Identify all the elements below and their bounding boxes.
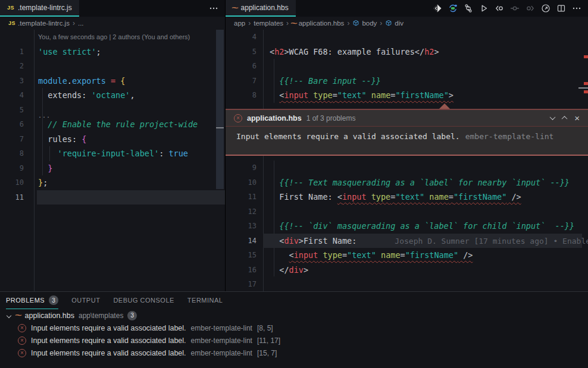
next-problem-icon[interactable] <box>550 114 556 120</box>
code-line[interactable]: 11 <box>0 190 225 205</box>
line-number[interactable]: 15 <box>226 248 257 263</box>
line-content: First Name: <input type="text" name="fir… <box>270 190 521 205</box>
breadcrumb-item-application.hbs[interactable]: ~application.hbs <box>292 19 344 28</box>
line-number[interactable]: 8 <box>226 88 257 103</box>
timeline-icon[interactable] <box>540 3 551 14</box>
code-line[interactable]: 10}; <box>0 175 225 190</box>
line-number[interactable]: 4 <box>0 88 24 103</box>
next-change-icon[interactable] <box>525 3 536 14</box>
peek-problem-row[interactable]: Input elements require a valid associate… <box>226 127 588 141</box>
line-number[interactable]: 11 <box>0 190 24 205</box>
scrollbar-decoration <box>216 127 224 128</box>
line-number[interactable]: 9 <box>226 161 257 175</box>
code-line[interactable]: 3module.exports = { <box>0 74 225 89</box>
code-line[interactable]: 12 <box>226 205 588 219</box>
more-actions-icon[interactable] <box>571 3 582 14</box>
code-line[interactable]: 7 rules: { <box>0 132 225 147</box>
problems-file-group[interactable]: ~ application.hbs app\templates 3 <box>0 309 588 322</box>
previous-problem-icon[interactable] <box>562 116 568 122</box>
code-line[interactable]: 11 First Name: <input type="text" name="… <box>226 190 588 205</box>
tab-application-hbs[interactable]: ~ application.hbs <box>226 0 296 17</box>
code-line[interactable]: 4 <box>226 30 588 45</box>
split-editor-icon[interactable] <box>556 3 567 14</box>
line-number[interactable]: 7 <box>226 74 257 89</box>
breadcrumb-separator: › <box>73 19 75 27</box>
code-line[interactable]: 1'use strict'; <box>0 45 225 59</box>
line-number[interactable]: 7 <box>0 132 24 147</box>
problem-row[interactable]: ×Input elements require a valid associat… <box>0 347 588 359</box>
code-line[interactable]: 16 </div> <box>226 263 588 278</box>
line-number[interactable]: 3 <box>0 74 24 89</box>
problem-row[interactable]: ×Input elements require a valid associat… <box>0 322 588 334</box>
right-editor[interactable]: 45<h2>WCAG F68: example failures</h2>67 … <box>226 30 588 291</box>
sync-changes-icon[interactable] <box>448 3 458 14</box>
code-line[interactable]: 17 <box>226 277 588 291</box>
code-line[interactable]: 4 extends: 'octane', <box>0 88 225 103</box>
line-number[interactable]: 10 <box>0 175 24 190</box>
code-line[interactable]: 2 <box>0 59 225 74</box>
breadcrumb-item-.template-lintrc.js[interactable]: JS.template-lintrc.js <box>8 20 70 27</box>
panel-tab-terminal[interactable]: TERMINAL <box>187 292 223 309</box>
scrollbar-thumb[interactable] <box>216 30 224 189</box>
panel-tab-output[interactable]: OUTPUT <box>71 292 100 309</box>
line-number[interactable]: 13 <box>226 219 257 234</box>
line-number[interactable]: 2 <box>0 59 24 74</box>
code-line[interactable]: 8 'require-input-label': true <box>0 146 225 161</box>
code-line[interactable]: 14 <div>First Name:Joseph D. Sumner [17 … <box>226 234 588 249</box>
line-number[interactable]: 8 <box>0 146 24 161</box>
code-line[interactable]: 9 } <box>0 161 225 176</box>
overview-ruler[interactable] <box>582 30 588 291</box>
tab-template-lintrc[interactable]: JS .template-lintrc.js <box>0 0 79 17</box>
line-number[interactable]: 10 <box>226 175 257 190</box>
code-line[interactable]: 6 <box>226 59 588 74</box>
problem-row[interactable]: ×Input elements require a valid associat… <box>0 334 588 347</box>
breadcrumb-item-...[interactable]: ... <box>78 20 84 27</box>
breadcrumb-item-app[interactable]: app <box>234 20 245 27</box>
line-content: // Enable the rule project-wide <box>38 117 198 132</box>
gitlens-codelens[interactable]: You, a few seconds ago | 2 authors (You … <box>38 30 225 45</box>
line-number[interactable]: 12 <box>226 205 257 219</box>
panel-tab-debug-console[interactable]: DEBUG CONSOLE <box>113 292 174 309</box>
line-number[interactable]: 6 <box>226 59 257 74</box>
close-icon[interactable]: × <box>574 114 580 122</box>
more-actions-icon[interactable] <box>208 3 219 14</box>
code-line[interactable]: 6 // Enable the rule project-wide <box>0 117 225 132</box>
line-number[interactable]: 5 <box>0 103 24 118</box>
problems-count-badge: 3 <box>127 311 137 320</box>
handlebars-file-icon: ~ <box>15 311 22 320</box>
code-line[interactable]: 15 <input type="text" name="firstName" /… <box>226 248 588 263</box>
code-line[interactable]: 5<h2>WCAG F68: example failures</h2> <box>226 45 588 59</box>
line-number[interactable]: 16 <box>226 263 257 278</box>
code-line[interactable]: 8 <input type="text" name="firstName"> <box>226 88 588 103</box>
breadcrumb-item-div[interactable]: div <box>385 20 404 27</box>
line-content: <input type="text" name="firstName"> <box>270 88 453 103</box>
left-editor[interactable]: You, a few seconds ago | 2 authors (You … <box>0 30 225 291</box>
line-number[interactable]: 14 <box>226 234 257 249</box>
line-number[interactable]: 5 <box>226 45 257 59</box>
breadcrumb-item-templates[interactable]: templates <box>254 20 283 27</box>
peek-problem-source: ember-template-lint <box>465 132 554 141</box>
line-content: module.exports = { <box>38 74 125 89</box>
line-number[interactable]: 4 <box>226 30 257 45</box>
line-number[interactable]: 17 <box>226 277 257 291</box>
breadcrumb-item-body[interactable]: body <box>352 20 377 27</box>
code-line[interactable]: 13 {{!-- `div` masquerading as a `label`… <box>226 219 588 234</box>
code-line[interactable]: 7 {{!-- Bare input --}} <box>226 74 588 89</box>
previous-change-icon[interactable] <box>494 3 505 14</box>
run-icon[interactable] <box>478 3 489 14</box>
code-line[interactable]: 10 {{!-- Text masquerading as a `label` … <box>226 175 588 190</box>
line-number[interactable]: 6 <box>0 117 24 132</box>
line-number[interactable]: 11 <box>226 190 257 205</box>
line-number[interactable]: 1 <box>0 45 24 59</box>
panel-tab-problems[interactable]: PROBLEMS3 <box>6 292 58 309</box>
code-line[interactable]: 5 <box>0 103 225 118</box>
code-line[interactable]: 9 <box>226 161 588 175</box>
current-change-icon[interactable] <box>509 3 520 14</box>
formatter-diamond-icon[interactable] <box>432 3 443 14</box>
line-content: {{!-- Bare input --}} <box>270 74 381 89</box>
line-number[interactable]: 9 <box>0 161 24 176</box>
tab-label: application.hbs <box>241 4 289 12</box>
vscode-window: JS .template-lintrc.js JS.template-lintr… <box>0 0 588 368</box>
error-icon: × <box>234 114 242 122</box>
git-compare-icon[interactable] <box>463 3 474 14</box>
